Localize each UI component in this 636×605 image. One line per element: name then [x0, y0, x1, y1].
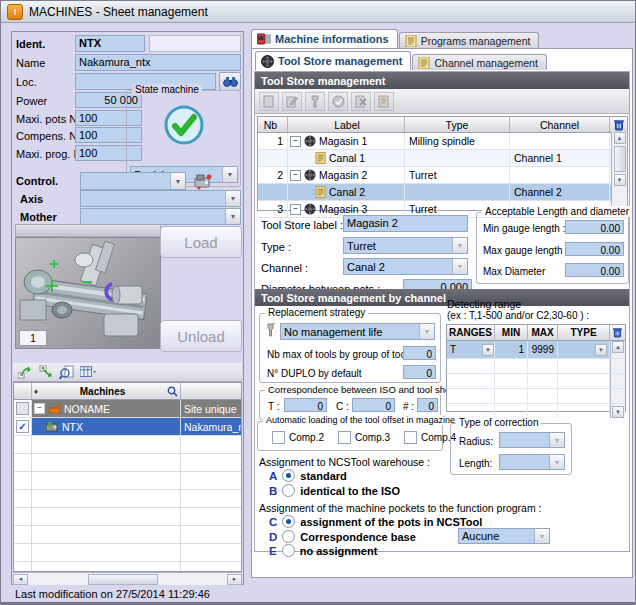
store-channel-dropdown[interactable]: Canal 2 ▼	[343, 258, 468, 275]
duplo-input[interactable]: 0	[403, 365, 436, 379]
warehouse-option-a[interactable]: A standard	[269, 469, 347, 482]
power-label: Power	[16, 95, 47, 108]
store-row-canal1[interactable]: Canal 1 Channel 1	[258, 150, 627, 167]
ident-input[interactable]: NTX	[75, 35, 145, 52]
strategy-dropdown[interactable]: No management life ▼	[280, 323, 435, 340]
radio-a[interactable]	[282, 469, 295, 482]
detecting-hint: (ex : T,1-500 and/or C2,30-60 ) :	[447, 309, 589, 322]
collapse-node-icon[interactable]: −	[34, 403, 45, 414]
scroll-thumb[interactable]	[88, 574, 158, 585]
scroll-down-arrow[interactable]: ▼	[614, 174, 626, 186]
expand-tree-button[interactable]	[38, 365, 54, 380]
comp2-checkbox[interactable]	[272, 431, 285, 444]
trash-icon[interactable]	[613, 327, 622, 338]
t-input[interactable]: 0	[284, 398, 327, 412]
radio-e[interactable]	[282, 544, 295, 557]
detecting-table: RANGES MIN MAX TYPE T ▼ 1 9999 ▼	[446, 324, 626, 412]
tab-channel-management[interactable]: Channel management	[412, 54, 546, 70]
trash-icon[interactable]	[614, 119, 624, 131]
length-dropdown[interactable]: ▼	[499, 454, 565, 470]
comp3-checkbox-row[interactable]: Comp.3	[338, 431, 390, 444]
tree-row-site[interactable]: − NONAME Site unique	[14, 400, 241, 418]
name-input[interactable]: Nakamura_ntx	[75, 54, 241, 71]
empty-row	[14, 454, 241, 472]
scroll-up-arrow[interactable]: ▲	[614, 132, 626, 144]
correspondence-base-dropdown[interactable]: Aucune ▼	[458, 528, 550, 544]
max-diameter-input[interactable]: 0.00	[565, 263, 624, 277]
title-bar: ! MACHINES - Sheet management	[1, 1, 636, 23]
ident-secondary-input[interactable]	[149, 35, 241, 52]
hash-input[interactable]: 0	[417, 398, 438, 412]
chevron-down-icon[interactable]: ▼	[482, 344, 494, 356]
tool-button[interactable]	[305, 92, 325, 111]
collapse-tree-button[interactable]	[17, 365, 33, 380]
chevron-down-icon[interactable]: ▼	[595, 344, 607, 356]
comp3-checkbox[interactable]	[338, 431, 351, 444]
mother-dropdown[interactable]: ▼	[80, 208, 241, 225]
machine-checkbox[interactable]: ✓	[16, 420, 29, 433]
validate-button[interactable]	[328, 92, 348, 111]
scroll-thumb[interactable]	[614, 146, 626, 172]
pockets-option-d[interactable]: D Correspondence base	[269, 530, 416, 543]
search-location-button[interactable]	[219, 72, 241, 91]
tab-tool-store-management[interactable]: Tool Store management	[255, 51, 411, 70]
chevron-down-icon: ▼	[419, 324, 434, 339]
detecting-header[interactable]: RANGES MIN MAX TYPE	[447, 325, 625, 341]
collapse-node-icon[interactable]: −	[290, 170, 301, 181]
warehouse-title: Assignment to NCSTool warehouse :	[259, 456, 430, 469]
comp4-checkbox[interactable]	[404, 431, 417, 444]
pockets-option-c[interactable]: C assignment of the pots in NCSTool	[269, 515, 482, 528]
store-row-magasin2[interactable]: 2 − Magasin 2 Turret	[258, 167, 627, 184]
machines-horizontal-scrollbar[interactable]: ◄ ►	[13, 572, 242, 585]
warehouse-option-b[interactable]: B identical to the ISO	[269, 484, 400, 497]
radio-c[interactable]	[282, 515, 295, 528]
comp4-checkbox-row[interactable]: Comp.4	[404, 431, 456, 444]
load-button[interactable]: Load	[160, 226, 242, 258]
store-table-scrollbar[interactable]: ▲ ▼	[611, 132, 627, 210]
max-gauge-input[interactable]: 0.00	[565, 242, 624, 256]
filter-search-icon[interactable]	[167, 386, 178, 397]
machine-3d-viewer[interactable]: 1	[15, 237, 161, 349]
control-dropdown[interactable]: ▼	[80, 172, 186, 190]
detecting-row-selected[interactable]: T ▼ 1 9999 ▼ ▲	[447, 341, 625, 359]
c-input[interactable]: 0	[352, 398, 395, 412]
control-machine-icon[interactable]	[193, 173, 213, 190]
new-store-button[interactable]	[259, 92, 279, 111]
scroll-left-arrow[interactable]: ◄	[13, 574, 28, 585]
scroll-right-arrow[interactable]: ►	[227, 574, 242, 585]
radius-dropdown[interactable]: ▼	[499, 432, 565, 448]
nb-max-input[interactable]: 0	[403, 346, 436, 360]
radio-b[interactable]	[282, 484, 295, 497]
preview-button[interactable]	[59, 365, 75, 380]
pockets-option-e[interactable]: E no assignment	[269, 544, 377, 557]
store-row-canal2-selected[interactable]: Canal 2 Channel 2	[258, 184, 627, 201]
delete-button[interactable]	[351, 92, 371, 111]
radio-d[interactable]	[282, 530, 295, 543]
tree-row-machine[interactable]: ✓ NTX Nakamura_ntx	[14, 418, 241, 436]
store-label-input[interactable]: Magasin 2	[343, 215, 468, 232]
machines-tree-header[interactable]: ♦ Machines	[14, 383, 241, 400]
collapse-node-icon[interactable]: −	[290, 204, 301, 215]
store-row-magasin1[interactable]: 1 − Magasin 1 Milling spindle	[258, 133, 627, 150]
comp2-checkbox-row[interactable]: Comp.2	[272, 431, 324, 444]
collapse-node-icon[interactable]: −	[290, 136, 301, 147]
length-label: Length:	[459, 457, 492, 470]
tool-store-section-header: Tool Store management	[255, 72, 629, 89]
min-gauge-input[interactable]: 0.00	[565, 220, 624, 234]
tool-store-table-header[interactable]: Nb Label Type Channel	[258, 117, 627, 133]
unload-button[interactable]: Unload	[160, 320, 242, 352]
chevron-down-icon: ▼	[452, 259, 467, 274]
axis-dropdown[interactable]: ▼	[80, 190, 241, 207]
tool-store-icon	[304, 203, 316, 215]
view-options-button[interactable]	[80, 365, 96, 380]
scroll-up-arrow[interactable]: ▲	[612, 341, 624, 353]
machines-column-header: Machines	[80, 386, 126, 397]
scroll-down-arrow[interactable]: ▼	[612, 406, 624, 418]
tab-machine-informations[interactable]: Machine informations	[251, 29, 398, 48]
site-checkbox[interactable]	[16, 402, 29, 415]
store-type-dropdown[interactable]: Turret ▼	[343, 237, 468, 254]
report-button[interactable]	[374, 92, 394, 111]
edit-store-button[interactable]	[282, 92, 302, 111]
tab-programs-management[interactable]: Programs management	[399, 32, 540, 48]
tool-store-icon	[304, 135, 316, 147]
